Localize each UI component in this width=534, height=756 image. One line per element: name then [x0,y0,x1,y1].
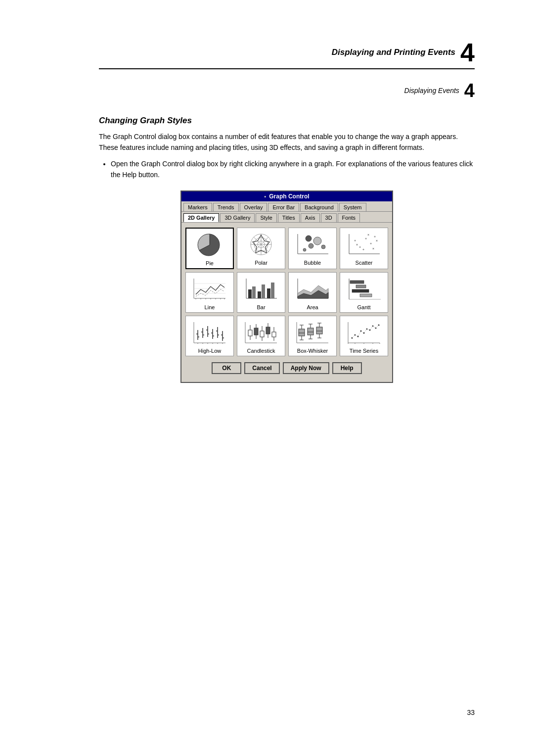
page: Displaying and Printing Events 4 Display… [0,0,534,756]
svg-rect-102 [254,328,258,335]
svg-rect-48 [252,286,256,298]
tab-axis[interactable]: Axis [301,213,320,222]
svg-point-13 [303,248,306,251]
svg-text:+: + [370,242,372,245]
svg-text:+: + [365,237,367,240]
boxwhisker-chart-svg [294,319,331,346]
chart-item-boxwhisker[interactable]: Box-Whisker [288,316,337,356]
apply-now-button[interactable]: Apply Now [283,362,329,374]
svg-rect-65 [352,289,369,292]
chart-grid: Pie [185,228,388,356]
chart-canvas-candlestick [241,318,281,347]
svg-rect-58 [345,276,383,302]
chart-canvas-polar [241,230,281,259]
dialog-content: Pie [181,223,392,382]
tab-background[interactable]: Background [300,203,338,211]
svg-rect-100 [248,330,252,336]
chart-item-area[interactable]: Area [288,272,337,313]
svg-text:+: + [359,245,361,249]
svg-rect-108 [272,332,276,337]
chapter-number: 4 [460,40,475,65]
bullet-item: Open the Graph Control dialog box by rig… [111,159,475,180]
header-divider [99,68,475,69]
tab-system[interactable]: System [339,203,366,211]
svg-rect-125 [316,327,322,334]
tab-overlay[interactable]: Overlay [240,203,267,211]
chart-canvas-gantt [344,275,384,303]
chart-item-scatter[interactable]: + + + + + + × × × × [340,228,388,269]
tab-fonts[interactable]: Fonts [338,213,360,222]
dialog-titlebar: ▪ Graph Control [181,191,392,201]
svg-rect-50 [262,284,265,298]
tab-2dgallery[interactable]: 2D Gallery [183,213,219,222]
tab-errorbar[interactable]: Error Bar [268,203,299,211]
chart-item-bubble[interactable]: Bubble [288,228,337,269]
header-title-line: Displaying and Printing Events 4 [332,40,475,65]
highlow-chart-svg [191,319,228,346]
gantt-chart-svg [345,276,383,302]
svg-text:×: × [367,233,369,236]
chart-item-candlestick[interactable]: Candlestick [237,316,285,356]
dialog-box: ▪ Graph Control Markers Trends Overlay E… [180,190,393,383]
area-label: Area [307,304,318,310]
chart-item-pie[interactable]: Pie [185,228,234,269]
chart-item-polar[interactable]: Polar [237,228,285,269]
polar-label: Polar [255,260,267,266]
svg-rect-49 [258,291,261,298]
scatter-label: Scatter [356,260,373,266]
chart-item-timeseries[interactable]: Time Series [340,316,388,356]
highlow-label: High-Low [198,348,221,354]
svg-text:×: × [356,243,358,246]
svg-rect-115 [299,329,305,336]
polar-chart-svg [242,231,280,258]
chart-item-bar[interactable]: Bar [237,272,285,313]
chart-canvas-timeseries [344,318,384,347]
chart-item-line[interactable]: Line [185,272,234,313]
dialog-tabs-row2: 2D Gallery 3D Gallery Style Titles Axis … [181,212,392,223]
area-chart-svg [294,276,331,302]
svg-text:+: + [362,248,364,251]
svg-text:+: + [354,239,356,242]
tab-titles[interactable]: Titles [278,213,300,222]
timeseries-chart-svg [345,319,383,346]
tab-markers[interactable]: Markers [183,203,212,211]
header-subtitle: Displaying Events 4 [404,81,475,100]
svg-point-16 [321,245,325,249]
tab-3dgallery[interactable]: 3D Gallery [220,213,255,222]
chart-item-highlow[interactable]: High-Low [185,316,234,356]
svg-point-132 [357,335,359,337]
svg-rect-51 [267,288,270,298]
help-button[interactable]: Help [332,362,362,374]
candlestick-chart-svg [242,319,280,346]
svg-rect-61 [350,281,364,284]
cancel-button[interactable]: Cancel [244,362,279,374]
ok-button[interactable]: OK [212,362,241,374]
svg-rect-52 [271,283,274,298]
header-section: Displaying and Printing Events 4 Display… [99,40,475,100]
chart-canvas-pie [190,231,229,259]
body-text: The Graph Control dialog box contains a … [99,132,475,153]
dialog-buttons: OK Cancel Apply Now Help [185,360,388,378]
tab-trends[interactable]: Trends [213,203,239,211]
line-chart-svg [191,276,228,302]
bar-chart-svg [242,276,280,302]
bar-label: Bar [257,304,265,310]
svg-text:×: × [376,239,378,242]
svg-rect-106 [266,327,270,334]
tab-3d[interactable]: 3D [321,213,337,222]
chart-canvas-boxwhisker [293,318,332,347]
gantt-label: Gantt [357,304,371,310]
svg-point-17 [306,236,312,241]
candlestick-label: Candlestick [247,348,275,354]
chart-canvas-bar [241,275,281,303]
chart-item-gantt[interactable]: Gantt [340,272,388,313]
page-number: 33 [467,709,475,716]
header-title: Displaying and Printing Events [332,47,455,57]
dialog-titlebar-icon: ▪ [264,193,266,199]
dialog-tabs-row1: Markers Trends Overlay Error Bar Backgro… [181,201,392,212]
scatter-chart-svg: + + + + + + × × × × [345,231,383,258]
tab-style[interactable]: Style [256,213,276,222]
bubble-chart-svg [294,231,331,258]
svg-rect-104 [260,331,264,337]
svg-rect-47 [248,289,252,298]
